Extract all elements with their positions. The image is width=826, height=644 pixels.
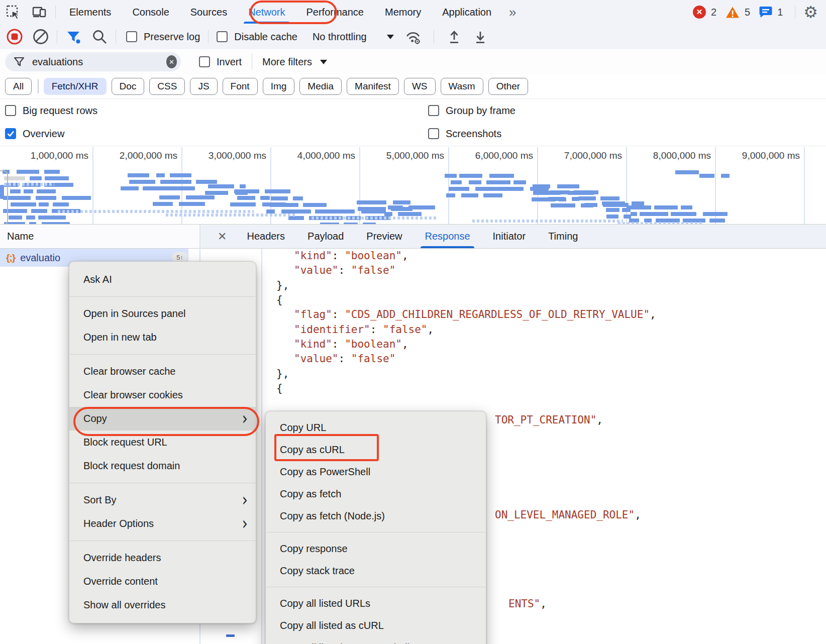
request-row-badge: 5↑ — [172, 252, 188, 262]
devtools-tab-memory[interactable]: Memory — [374, 0, 432, 24]
dropdown-caret-icon — [320, 60, 327, 64]
name-column-header[interactable]: Name — [7, 225, 34, 248]
menu-separator — [266, 587, 485, 587]
context-menu-item-header-options[interactable]: Header Options› — [69, 512, 256, 535]
context-menu-item-clear-browser-cookies[interactable]: Clear browser cookies — [69, 383, 256, 407]
checkbox-icon[interactable] — [5, 105, 16, 116]
detail-tab-response[interactable]: Response — [425, 225, 470, 248]
warning-count[interactable]: 5 — [745, 7, 750, 18]
disable-cache-checkbox[interactable]: Disable cache — [217, 31, 297, 43]
copy-submenu-item-copy-as-fetch-node-js[interactable]: Copy as fetch (Node.js) — [266, 505, 486, 527]
throttling-select[interactable]: No throttling — [313, 31, 394, 43]
context-menu-item-copy[interactable]: Copy› — [69, 407, 256, 431]
type-chip-wasm[interactable]: Wasm — [441, 78, 483, 95]
detail-tab-payload[interactable]: Payload — [307, 225, 344, 248]
response-code-line: { — [276, 294, 283, 306]
messages-badge-icon[interactable] — [759, 6, 772, 18]
waterfall-bar — [357, 200, 386, 204]
network-filter-row: ✕ Invert More filters — [0, 49, 826, 74]
filter-input-pill[interactable]: ✕ — [5, 52, 181, 71]
type-chip-js[interactable]: JS — [190, 78, 217, 95]
more-tabs-chevron-icon[interactable]: » — [502, 5, 523, 20]
group-by-frame-checkbox[interactable]: Group by frame — [428, 105, 515, 117]
devtools-tab-network[interactable]: Network — [238, 0, 295, 24]
checkbox-icon[interactable] — [199, 56, 210, 67]
more-filters-dropdown[interactable]: More filters — [262, 56, 327, 68]
waterfall-bar — [398, 212, 422, 216]
network-conditions-icon[interactable] — [405, 28, 422, 45]
context-menu-item-ask-ai[interactable]: Ask AI — [69, 268, 256, 291]
devtools-tab-performance[interactable]: Performance — [296, 0, 375, 24]
detail-tab-initiator[interactable]: Initiator — [493, 225, 526, 248]
type-chip-img[interactable]: Img — [263, 78, 295, 95]
detail-tab-headers[interactable]: Headers — [247, 225, 285, 248]
devtools-tab-elements[interactable]: Elements — [59, 0, 122, 24]
checkbox-icon[interactable] — [217, 31, 228, 42]
error-badge-icon[interactable]: ✕ — [693, 6, 706, 19]
type-chip-all[interactable]: All — [5, 78, 32, 95]
copy-submenu-item-copy-as-fetch[interactable]: Copy as fetch — [266, 483, 486, 505]
detail-tab-timing[interactable]: Timing — [548, 225, 578, 248]
type-chip-fetch-xhr[interactable]: Fetch/XHR — [44, 78, 107, 95]
copy-submenu-item-copy-response[interactable]: Copy response — [266, 538, 486, 560]
message-count[interactable]: 1 — [777, 7, 783, 18]
checkbox-icon[interactable] — [428, 105, 439, 116]
devtools-tab-console[interactable]: Console — [122, 0, 179, 24]
copy-submenu-item-copy-all-listed-as-curl[interactable]: Copy all listed as cURL — [266, 614, 486, 636]
type-chip-css[interactable]: CSS — [149, 78, 185, 95]
context-menu-item-block-request-domain[interactable]: Block request domain — [69, 454, 256, 478]
filter-icon[interactable] — [65, 28, 82, 45]
export-har-icon[interactable] — [472, 28, 489, 45]
warning-badge-icon[interactable] — [726, 6, 740, 19]
settings-gear-icon[interactable]: ⚙ — [803, 4, 818, 20]
clear-filter-icon[interactable]: ✕ — [166, 55, 177, 68]
record-network-log-icon[interactable] — [6, 28, 23, 45]
context-menu-item-override-headers[interactable]: Override headers — [69, 546, 256, 570]
search-icon[interactable] — [91, 28, 108, 45]
waterfall-bar — [557, 184, 579, 188]
checkbox-icon[interactable] — [126, 31, 137, 42]
error-count[interactable]: 2 — [711, 7, 716, 18]
context-menu-item-override-content[interactable]: Override content — [69, 570, 256, 593]
checkbox-icon[interactable] — [428, 128, 439, 139]
network-overview-timeline[interactable]: 1,000,000 ms2,000,000 ms3,000,000 ms4,00… — [0, 146, 826, 225]
invert-checkbox[interactable]: Invert — [199, 56, 242, 68]
inspect-element-icon[interactable] — [5, 4, 22, 21]
context-menu-item-block-request-url[interactable]: Block request URL — [69, 431, 256, 454]
waterfall-bar — [38, 216, 66, 220]
copy-submenu-item-copy-url[interactable]: Copy URL — [266, 416, 486, 439]
type-chip-other[interactable]: Other — [488, 78, 529, 95]
preserve-log-checkbox[interactable]: Preserve log — [126, 31, 200, 43]
import-har-icon[interactable] — [446, 28, 463, 45]
screenshots-checkbox[interactable]: Screenshots — [428, 128, 501, 140]
context-menu-item-open-in-new-tab[interactable]: Open in new tab — [69, 326, 256, 349]
context-menu-item-clear-browser-cache[interactable]: Clear browser cache — [69, 360, 256, 383]
copy-submenu-item-copy-all-listed-urls[interactable]: Copy all listed URLs — [266, 592, 486, 614]
copy-submenu-item-copy-all-listed-as-powershell[interactable]: Copy all listed as PowerShell — [266, 636, 486, 644]
copy-submenu-item-copy-as-powershell[interactable]: Copy as PowerShell — [266, 461, 486, 483]
context-menu-item-open-in-sources-panel[interactable]: Open in Sources panel — [69, 302, 256, 326]
big-request-rows-checkbox[interactable]: Big request rows — [5, 105, 97, 117]
copy-submenu-item-copy-as-curl[interactable]: Copy as cURL — [266, 439, 486, 461]
overview-checkbox[interactable]: Overview — [5, 128, 64, 140]
filter-input[interactable] — [31, 56, 166, 68]
type-chip-font[interactable]: Font — [223, 78, 258, 95]
context-menu-item-sort-by[interactable]: Sort By› — [69, 488, 256, 512]
context-menu-item-show-all-overrides[interactable]: Show all overrides — [69, 593, 256, 617]
devtools-tab-sources[interactable]: Sources — [180, 0, 238, 24]
timeline-gridline — [804, 147, 805, 224]
close-detail-icon[interactable]: ✕ — [218, 230, 227, 243]
type-chip-doc[interactable]: Doc — [112, 78, 145, 95]
type-chip-manifest[interactable]: Manifest — [347, 78, 399, 95]
devtools-tab-application[interactable]: Application — [432, 0, 502, 24]
network-toolbar: Preserve log Disable cache No throttling — [0, 24, 826, 50]
detail-tab-preview[interactable]: Preview — [366, 225, 402, 248]
checkbox-icon[interactable] — [5, 128, 16, 139]
clear-network-log-icon[interactable] — [32, 28, 49, 45]
type-chip-media[interactable]: Media — [299, 78, 342, 95]
menu-item-label: Copy as fetch (Node.js) — [280, 510, 385, 522]
copy-submenu-item-copy-stack-trace[interactable]: Copy stack trace — [266, 560, 486, 582]
device-toolbar-icon[interactable] — [31, 4, 48, 21]
type-chip-ws[interactable]: WS — [404, 78, 436, 95]
menu-item-label: Copy all listed URLs — [280, 598, 370, 609]
